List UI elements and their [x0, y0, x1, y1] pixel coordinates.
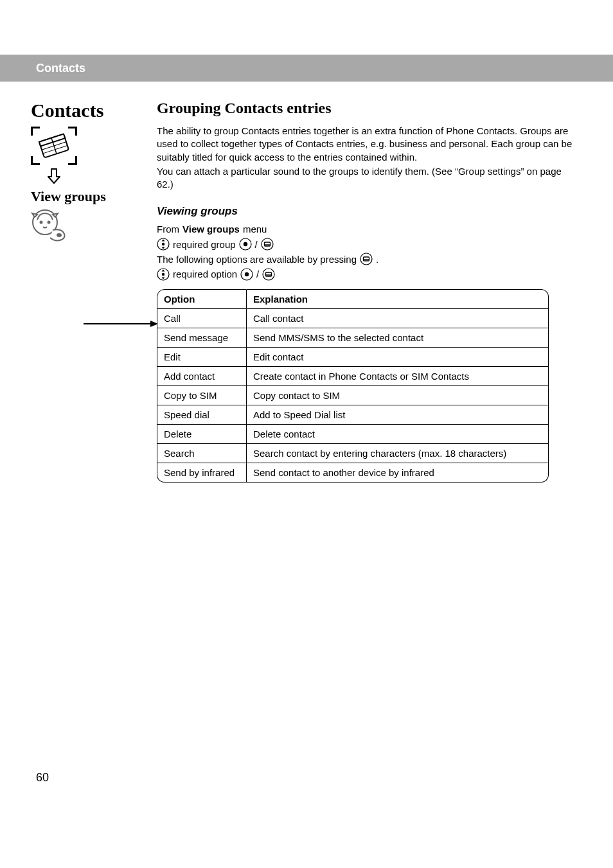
table-row: SearchSearch contact by entering charact…	[157, 444, 549, 463]
softkey-icon	[261, 238, 274, 251]
content-area: Contacts View groups	[0, 82, 613, 483]
table-header-explanation: Explanation	[247, 289, 549, 309]
down-arrow-icon	[31, 168, 77, 187]
main-content: Grouping Contacts entries The ability to…	[157, 100, 576, 483]
cell-option: Call	[157, 309, 247, 328]
instruction-line: required option /	[157, 267, 576, 281]
svg-point-24	[162, 272, 164, 275]
text: required group	[173, 237, 236, 252]
instruction-line: required group /	[157, 237, 576, 252]
softkey-icon	[360, 252, 373, 265]
cell-option: Delete	[157, 425, 247, 444]
cell-explanation: Send MMS/SMS to the selected contact	[247, 328, 549, 348]
svg-point-20	[360, 253, 372, 265]
cell-option: Send by infrared	[157, 463, 247, 483]
instruction-line: The following options are available by p…	[157, 252, 576, 267]
table-row: CallCall contact	[157, 309, 549, 328]
table-row: EditEdit contact	[157, 348, 549, 367]
table-row: Send messageSend MMS/SMS to the selected…	[157, 328, 549, 348]
section-header-label: Contacts	[36, 62, 85, 75]
svg-point-8	[57, 233, 62, 237]
svg-point-28	[245, 272, 249, 276]
nav-updown-icon	[157, 238, 170, 251]
options-table: Option Explanation CallCall contact Send…	[157, 289, 549, 483]
cell-explanation: Send contact to another device by infrar…	[247, 463, 549, 483]
nav-updown-icon	[157, 268, 170, 281]
table-row: Copy to SIMCopy contact to SIM	[157, 386, 549, 405]
text: /	[255, 237, 258, 252]
text: From	[157, 222, 179, 236]
frame-corner	[68, 127, 77, 136]
frame-corner	[68, 156, 77, 165]
table-row: Speed dialAdd to Speed Dial list	[157, 405, 549, 425]
text: .	[376, 252, 378, 267]
svg-point-6	[40, 221, 43, 224]
paragraph: The ability to group Contacts entries to…	[157, 125, 576, 164]
cell-option: Search	[157, 444, 247, 463]
instruction-line: From View groups menu	[157, 222, 576, 236]
select-center-icon	[240, 268, 253, 281]
svg-point-29	[263, 269, 274, 280]
text: menu	[243, 222, 267, 236]
table-row: DeleteDelete contact	[157, 425, 549, 444]
table-header-row: Option Explanation	[157, 289, 549, 309]
cell-option: Speed dial	[157, 405, 247, 425]
top-margin	[0, 0, 613, 55]
table-header-option: Option	[157, 289, 247, 309]
softkey-icon	[262, 268, 275, 281]
text-bold: View groups	[182, 222, 240, 236]
svg-point-7	[48, 221, 51, 224]
svg-point-12	[162, 243, 164, 245]
table-row: Send by infraredSend contact to another …	[157, 463, 549, 483]
contacts-menu-icon	[31, 127, 77, 165]
cell-explanation: Create contact in Phone Contacts or SIM …	[247, 367, 549, 386]
table-row: Add contactCreate contact in Phone Conta…	[157, 367, 549, 386]
cell-explanation: Call contact	[247, 309, 549, 328]
cell-option: Edit	[157, 348, 247, 367]
frame-corner	[31, 156, 40, 165]
pointer-arrow-icon	[82, 319, 158, 328]
cell-option: Copy to SIM	[157, 386, 247, 405]
frame-corner	[31, 127, 40, 136]
select-center-icon	[239, 238, 252, 251]
cell-option: Send message	[157, 328, 247, 348]
svg-point-16	[243, 242, 247, 246]
instruction-block: From View groups menu required group /	[157, 222, 576, 281]
paragraph: You can attach a particular sound to the…	[157, 165, 576, 191]
cell-explanation: Copy contact to SIM	[247, 386, 549, 405]
sidebar-title: Contacts	[31, 100, 130, 121]
sub-heading: Viewing groups	[157, 205, 576, 218]
svg-marker-10	[150, 321, 158, 327]
section-header-band: Contacts	[0, 55, 613, 82]
cat-contact-icon	[31, 208, 130, 242]
page-number: 60	[36, 771, 49, 784]
main-title: Grouping Contacts entries	[157, 100, 576, 117]
cell-explanation: Search contact by entering characters (m…	[247, 444, 549, 463]
text: required option	[173, 267, 237, 281]
cell-explanation: Edit contact	[247, 348, 549, 367]
sidebar-subheading: View groups	[31, 188, 130, 204]
cell-option: Add contact	[157, 367, 247, 386]
cell-explanation: Add to Speed Dial list	[247, 405, 549, 425]
text: The following options are available by p…	[157, 252, 357, 267]
cell-explanation: Delete contact	[247, 425, 549, 444]
sidebar: Contacts View groups	[31, 100, 130, 242]
svg-point-17	[262, 238, 273, 250]
text: /	[256, 267, 259, 281]
